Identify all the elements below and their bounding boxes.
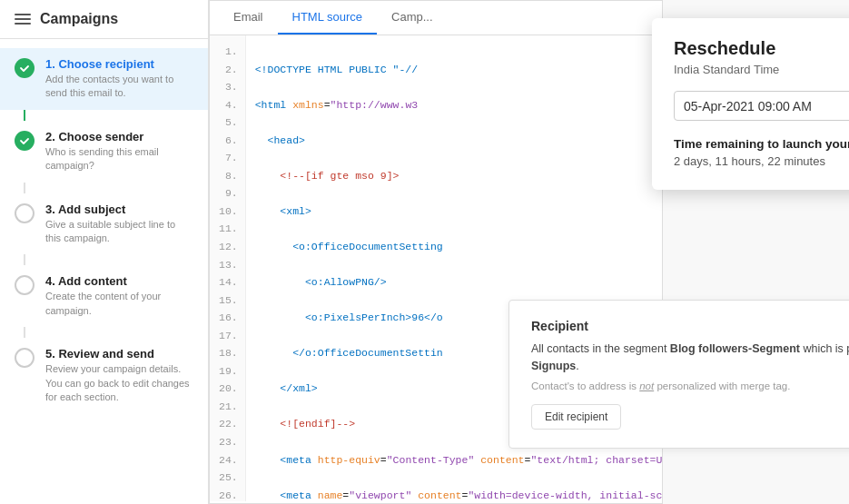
step-1-content: 1. Choose recipient Add the contacts you…: [45, 57, 193, 101]
warning-text: Contact's to address is: [531, 380, 637, 391]
step-3-content: 3. Add subject Give a suitable subject l…: [45, 203, 193, 246]
reschedule-modal: × Reschedule India Standard Time 📅 🕐 Tim…: [652, 18, 849, 190]
datetime-input-row[interactable]: 📅 🕐: [674, 91, 849, 121]
step-3-indicator: [15, 203, 35, 223]
step-4-title: 4. Add content: [45, 274, 193, 288]
time-remaining-value: 2 days, 11 hours, 22 minutes: [674, 154, 849, 168]
line-numbers: 1.2.3.4.5.6.7.8.9.10.11.12.13.14.15.16.1…: [210, 35, 246, 501]
sidebar: Campaigns 1. Choose recipient Add the co…: [0, 0, 209, 504]
step-1-title: 1. Choose recipient: [45, 57, 193, 71]
step-item-review-send[interactable]: 5. Review and send Review your campaign …: [0, 338, 208, 413]
tab-html-source[interactable]: HTML source: [278, 1, 378, 35]
step-connector-1: [24, 110, 25, 121]
recipient-warning: Contact's to address is not personalized…: [531, 380, 849, 391]
step-5-title: 5. Review and send: [45, 347, 193, 361]
step-3-desc: Give a suitable subject line to this cam…: [45, 218, 193, 246]
recipient-desc-part2: which is part of: [800, 342, 849, 355]
step-5-indicator: [15, 348, 35, 368]
step-item-add-content[interactable]: 4. Add content Create the content of you…: [0, 265, 208, 327]
tab-email[interactable]: Email: [219, 1, 278, 35]
tab-camp[interactable]: Camp...: [377, 1, 448, 35]
step-5-content: 5. Review and send Review your campaign …: [45, 347, 193, 404]
step-item-choose-sender[interactable]: 2. Choose sender Who is sending this ema…: [0, 121, 208, 183]
modal-subtitle: India Standard Time: [674, 63, 849, 76]
step-1-indicator: [15, 58, 35, 78]
recipient-segment-name: Blog followers-Segment: [670, 342, 800, 355]
step-4-content: 4. Add content Create the content of you…: [45, 274, 193, 318]
step-connector-2: [24, 183, 25, 193]
step-2-desc: Who is sending this email campaign?: [45, 145, 193, 173]
recipient-description: All contacts in the segment Blog followe…: [531, 341, 849, 375]
step-2-indicator: [15, 131, 35, 151]
recipient-desc-part3: .: [576, 360, 578, 372]
step-item-add-subject[interactable]: 3. Add subject Give a suitable subject l…: [0, 193, 208, 255]
edit-recipient-button[interactable]: Edit recipient: [531, 404, 621, 430]
step-4-indicator: [15, 275, 35, 295]
step-4-desc: Create the content of your campaign.: [45, 290, 193, 318]
hamburger-icon[interactable]: [15, 14, 31, 25]
step-1-desc: Add the contacts you want to send this e…: [45, 73, 193, 101]
step-connector-4: [24, 327, 25, 338]
recipient-title: Recipient: [531, 319, 588, 333]
step-2-content: 2. Choose sender Who is sending this ema…: [45, 130, 193, 173]
datetime-input[interactable]: [684, 99, 849, 114]
step-3-title: 3. Add subject: [45, 203, 193, 216]
sidebar-header: Campaigns: [0, 0, 208, 39]
step-5-desc: Review your campaign details. You can go…: [45, 362, 193, 404]
time-remaining-label: Time remaining to launch your campaign i…: [674, 137, 849, 151]
modal-title: Reschedule: [674, 38, 849, 59]
warning-rest: personalized with merge tag.: [656, 380, 790, 391]
step-2-title: 2. Choose sender: [45, 130, 193, 143]
main-area: Email HTML source Camp... 1.2.3.4.5.6.7.…: [209, 0, 849, 504]
step-item-choose-recipient[interactable]: 1. Choose recipient Add the contacts you…: [0, 48, 208, 110]
recipient-header-row: Recipient 1: [531, 319, 849, 341]
sidebar-steps: 1. Choose recipient Add the contacts you…: [0, 39, 208, 422]
code-tabs: Email HTML source Camp...: [210, 1, 662, 35]
sidebar-title: Campaigns: [40, 11, 118, 27]
recipient-panel: Recipient 1 All contacts in the segment …: [508, 300, 849, 449]
recipient-desc-part1: All contacts in the segment: [531, 342, 670, 355]
step-connector-3: [24, 254, 25, 265]
warning-not: not: [639, 380, 654, 391]
